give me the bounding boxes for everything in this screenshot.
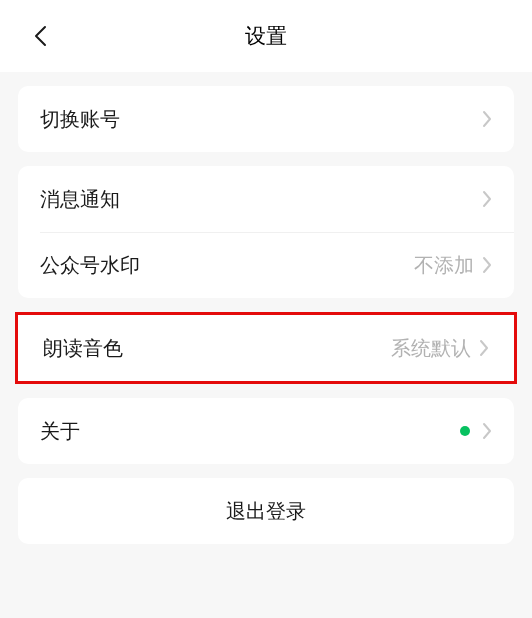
chevron-right-icon xyxy=(482,422,492,440)
row-value: 系统默认 xyxy=(391,335,471,362)
chevron-right-icon xyxy=(482,110,492,128)
logout-button[interactable]: 退出登录 xyxy=(18,478,514,544)
row-about[interactable]: 关于 xyxy=(18,398,514,464)
row-value: 不添加 xyxy=(414,252,474,279)
row-right xyxy=(482,190,492,208)
logout-label: 退出登录 xyxy=(226,498,306,525)
content: 切换账号 消息通知 公众号水印 不添加 xyxy=(0,72,532,544)
row-right xyxy=(482,110,492,128)
back-button[interactable] xyxy=(28,24,52,48)
row-label: 朗读音色 xyxy=(43,335,123,362)
header: 设置 xyxy=(0,0,532,72)
chevron-right-icon xyxy=(482,190,492,208)
chevron-left-icon xyxy=(33,25,47,47)
row-voice[interactable]: 朗读音色 系统默认 xyxy=(18,315,514,381)
row-right: 不添加 xyxy=(414,252,492,279)
chevron-right-icon xyxy=(479,339,489,357)
row-notifications[interactable]: 消息通知 xyxy=(18,166,514,232)
row-right xyxy=(460,422,492,440)
row-right: 系统默认 xyxy=(391,335,489,362)
group-switch-account: 切换账号 xyxy=(18,86,514,152)
notification-dot-icon xyxy=(460,426,470,436)
row-label: 切换账号 xyxy=(40,106,120,133)
group-voice-highlighted: 朗读音色 系统默认 xyxy=(15,312,517,384)
group-about: 关于 xyxy=(18,398,514,464)
row-label: 消息通知 xyxy=(40,186,120,213)
row-watermark[interactable]: 公众号水印 不添加 xyxy=(18,232,514,298)
group-settings: 消息通知 公众号水印 不添加 xyxy=(18,166,514,298)
page-title: 设置 xyxy=(245,22,287,50)
row-switch-account[interactable]: 切换账号 xyxy=(18,86,514,152)
chevron-right-icon xyxy=(482,256,492,274)
row-label: 公众号水印 xyxy=(40,252,140,279)
row-label: 关于 xyxy=(40,418,80,445)
